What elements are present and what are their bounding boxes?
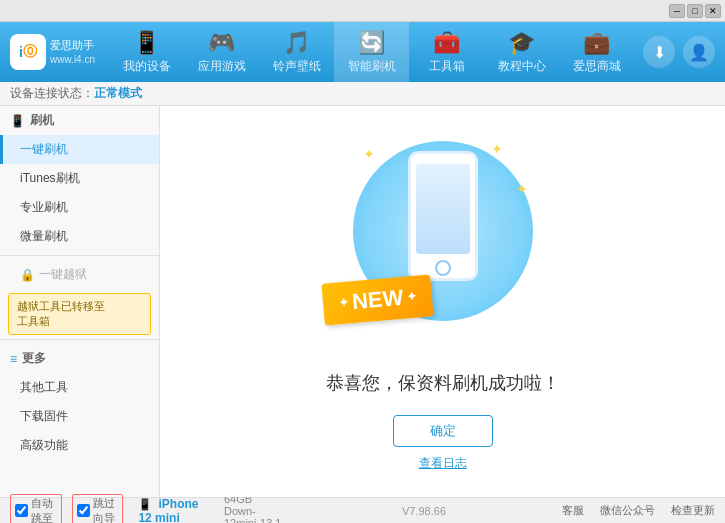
skip-wizard-checkbox[interactable] bbox=[77, 504, 90, 517]
new-badge: NEW bbox=[321, 274, 434, 325]
sidebar-item-other-tools[interactable]: 其他工具 bbox=[0, 373, 159, 402]
version-text: V7.98.66 bbox=[402, 505, 446, 517]
auto-jump-checkbox-label[interactable]: 自动跳至 bbox=[10, 494, 62, 524]
flash-section-icon: 📱 bbox=[10, 114, 25, 128]
user-button[interactable]: 👤 bbox=[683, 36, 715, 68]
my-device-icon: 📱 bbox=[133, 30, 160, 56]
more-section-title: 更多 bbox=[22, 350, 46, 367]
bottom-center: V7.98.66 bbox=[286, 505, 562, 517]
device-info: 📱 iPhone 12 mini bbox=[138, 497, 214, 524]
bottom-bar: 自动跳至 跳过向导 📱 iPhone 12 mini 64GB Down-12m… bbox=[0, 497, 725, 523]
sidebar-item-advanced[interactable]: 高级功能 bbox=[0, 431, 159, 460]
nav-my-device[interactable]: 📱 我的设备 bbox=[109, 22, 184, 82]
ringtone-icon: 🎵 bbox=[283, 30, 310, 56]
tutorial-icon: 🎓 bbox=[508, 30, 535, 56]
status-label: 设备连接状态： bbox=[10, 85, 94, 102]
main-container: 📱 刷机 一键刷机 iTunes刷机 专业刷机 微量刷机 🔒 一键越狱 越狱工具… bbox=[0, 106, 725, 497]
sidebar-jailbreak-warning: 越狱工具已转移至工具箱 bbox=[8, 293, 151, 335]
sparkle-icon-1: ✦ bbox=[363, 146, 375, 162]
close-button[interactable]: ✕ bbox=[705, 4, 721, 18]
ringtone-label: 铃声壁纸 bbox=[273, 58, 321, 75]
check-update-link[interactable]: 检查更新 bbox=[671, 503, 715, 518]
flash-section-title: 刷机 bbox=[30, 112, 54, 129]
auto-jump-label: 自动跳至 bbox=[31, 496, 57, 524]
phone-illustration bbox=[408, 151, 478, 281]
download-button[interactable]: ⬇ bbox=[643, 36, 675, 68]
sidebar-section-more: ≡ 更多 bbox=[0, 344, 159, 373]
app-games-label: 应用游戏 bbox=[198, 58, 246, 75]
phone-screen bbox=[416, 164, 470, 254]
tutorial-label: 教程中心 bbox=[498, 58, 546, 75]
customer-service-link[interactable]: 客服 bbox=[562, 503, 584, 518]
nav-smart-shop[interactable]: 🔄 智能刷机 bbox=[334, 22, 409, 82]
sidebar-section-jailbreak: 🔒 一键越狱 bbox=[0, 260, 159, 289]
status-bar: 设备连接状态： 正常模式 bbox=[0, 82, 725, 106]
confirm-button[interactable]: 确定 bbox=[393, 415, 493, 447]
logo-text: 爱思助手 www.i4.cn bbox=[50, 38, 95, 65]
nav-shop[interactable]: 💼 爱思商城 bbox=[559, 22, 634, 82]
nav-right-buttons: ⬇ 👤 bbox=[643, 36, 715, 68]
smart-shop-icon: 🔄 bbox=[358, 30, 385, 56]
nav-toolbox[interactable]: 🧰 工具箱 bbox=[409, 22, 484, 82]
sidebar-item-pro-flash[interactable]: 专业刷机 bbox=[0, 193, 159, 222]
device-storage-detail: 64GB Down-12mini-13,1 bbox=[224, 493, 286, 524]
phone-home-button bbox=[435, 260, 451, 276]
logo-icon: i⓪ bbox=[10, 34, 46, 70]
my-device-label: 我的设备 bbox=[123, 58, 171, 75]
skip-wizard-label: 跳过向导 bbox=[93, 496, 119, 524]
title-bar: ─ □ ✕ bbox=[0, 0, 725, 22]
sidebar-item-itunes-flash[interactable]: iTunes刷机 bbox=[0, 164, 159, 193]
wechat-link[interactable]: 微信公众号 bbox=[600, 503, 655, 518]
sidebar-divider-1 bbox=[0, 255, 159, 256]
more-section-icon: ≡ bbox=[10, 352, 17, 366]
minimize-button[interactable]: ─ bbox=[669, 4, 685, 18]
shop-icon: 💼 bbox=[583, 30, 610, 56]
sparkle-icon-2: ✦ bbox=[516, 181, 528, 197]
bottom-right: 客服 微信公众号 检查更新 bbox=[562, 503, 715, 518]
app-games-icon: 🎮 bbox=[208, 30, 235, 56]
sidebar-item-download-firmware[interactable]: 下载固件 bbox=[0, 402, 159, 431]
nav-tutorial[interactable]: 🎓 教程中心 bbox=[484, 22, 559, 82]
skip-wizard-checkbox-label[interactable]: 跳过向导 bbox=[72, 494, 124, 524]
bottom-left: 自动跳至 跳过向导 📱 iPhone 12 mini 64GB Down-12m… bbox=[10, 493, 286, 524]
sidebar-divider-2 bbox=[0, 339, 159, 340]
nav-app-games[interactable]: 🎮 应用游戏 bbox=[184, 22, 259, 82]
lock-icon: 🔒 bbox=[20, 268, 35, 282]
status-value: 正常模式 bbox=[94, 85, 142, 102]
logo: i⓪ 爱思助手 www.i4.cn bbox=[10, 34, 100, 70]
toolbox-icon: 🧰 bbox=[433, 30, 460, 56]
sidebar-section-flash: 📱 刷机 bbox=[0, 106, 159, 135]
content-area: ✦ ✦ ✦ NEW 恭喜您，保资料刷机成功啦！ 确定 查看日志 bbox=[160, 106, 725, 497]
sidebar-item-one-key-flash[interactable]: 一键刷机 bbox=[0, 135, 159, 164]
nav-bar: i⓪ 爱思助手 www.i4.cn 📱 我的设备 🎮 应用游戏 🎵 铃声壁纸 🔄… bbox=[0, 22, 725, 82]
smart-shop-label: 智能刷机 bbox=[348, 58, 396, 75]
sparkle-icon-3: ✦ bbox=[491, 141, 503, 157]
success-illustration: ✦ ✦ ✦ NEW bbox=[343, 131, 543, 351]
log-link[interactable]: 查看日志 bbox=[419, 455, 467, 472]
toolbox-label: 工具箱 bbox=[429, 58, 465, 75]
phone-device-icon: 📱 bbox=[138, 498, 152, 510]
sidebar: 📱 刷机 一键刷机 iTunes刷机 专业刷机 微量刷机 🔒 一键越狱 越狱工具… bbox=[0, 106, 160, 497]
auto-jump-checkbox[interactable] bbox=[15, 504, 28, 517]
maximize-button[interactable]: □ bbox=[687, 4, 703, 18]
sidebar-item-save-flash[interactable]: 微量刷机 bbox=[0, 222, 159, 251]
nav-items: 📱 我的设备 🎮 应用游戏 🎵 铃声壁纸 🔄 智能刷机 🧰 工具箱 🎓 教程中心… bbox=[100, 22, 643, 82]
shop-label: 爱思商城 bbox=[573, 58, 621, 75]
success-message: 恭喜您，保资料刷机成功啦！ bbox=[326, 371, 560, 395]
nav-ringtone[interactable]: 🎵 铃声壁纸 bbox=[259, 22, 334, 82]
